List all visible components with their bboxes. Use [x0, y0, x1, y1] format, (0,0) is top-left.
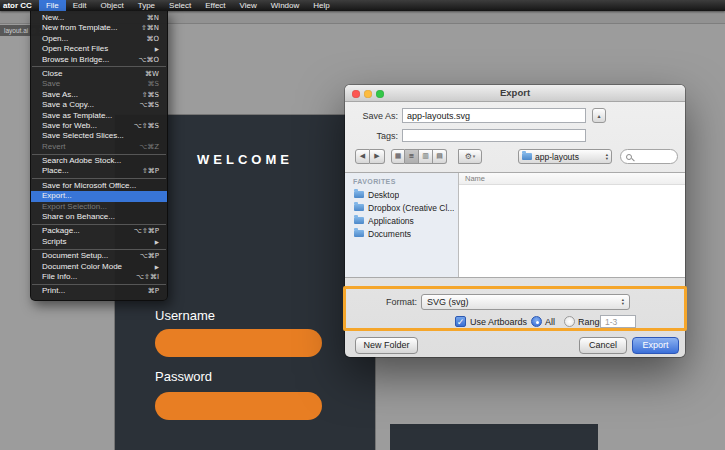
all-radio[interactable]: [531, 316, 542, 327]
file-menu-item-share-on-behance[interactable]: Share on Behance...: [31, 212, 167, 222]
dialog-titlebar[interactable]: Export: [345, 85, 685, 102]
zoom-button[interactable]: [376, 90, 384, 98]
menu-item-shortcut: ⇧⌘P: [142, 166, 159, 176]
password-label: Password: [155, 369, 212, 384]
location-dropdown[interactable]: app-layouts ▴ ▾: [518, 149, 612, 164]
menu-item-label: Save for Microsoft Office...: [42, 181, 136, 191]
minimize-button[interactable]: [364, 90, 372, 98]
menubar-item-effect[interactable]: Effect: [198, 0, 232, 11]
favorites-item-label: Dropbox (Creative Cl...: [368, 203, 454, 213]
file-menu-item-save-as[interactable]: Save As...⇧⌘S: [31, 90, 167, 100]
folder-icon: [354, 217, 364, 224]
view-mode-control: ▦ ≡ ▥ ▤: [391, 149, 447, 164]
save-as-input[interactable]: app-layouts.svg: [402, 108, 586, 123]
favorites-item-desktop[interactable]: Desktop: [345, 188, 458, 201]
menu-item-shortcut: ⌥⇧⌘S: [134, 121, 159, 131]
menu-item-label: Search Adobe Stock...: [42, 156, 121, 166]
range-radio[interactable]: [564, 316, 575, 327]
updown-arrows-icon: ▴ ▾: [622, 298, 624, 305]
submenu-arrow-icon: ▶: [155, 262, 159, 272]
file-menu-item-package[interactable]: Package...⌥⇧⌘P: [31, 226, 167, 236]
menubar-item-edit[interactable]: Edit: [66, 0, 94, 11]
file-menu-item-save-selected-slices[interactable]: Save Selected Slices...: [31, 131, 167, 141]
file-menu-item-document-setup[interactable]: Document Setup...⌥⌘P: [31, 251, 167, 261]
menu-item-shortcut: ⌥⇧⌘I: [136, 272, 159, 282]
file-menu-item-save-as-template[interactable]: Save as Template...: [31, 111, 167, 121]
file-menu-item-save-a-copy[interactable]: Save a Copy...⌥⌘S: [31, 100, 167, 110]
format-dropdown[interactable]: SVG (svg) ▴ ▾: [421, 294, 630, 310]
file-menu-item-search-adobe-stock[interactable]: Search Adobe Stock...: [31, 156, 167, 166]
menu-item-label: Save As...: [42, 90, 78, 100]
tags-label: Tags:: [345, 131, 398, 141]
menu-item-label: Open...: [42, 34, 68, 44]
menu-item-label: Save a Copy...: [42, 100, 94, 110]
menubar-item-window[interactable]: Window: [264, 0, 306, 11]
menubar-item-file[interactable]: File: [39, 0, 66, 11]
submenu-arrow-icon: ▶: [155, 237, 159, 247]
tags-input[interactable]: [402, 129, 586, 142]
submenu-arrow-icon: ▶: [155, 44, 159, 54]
expand-panel-button[interactable]: ▴: [592, 108, 606, 123]
file-menu-item-document-color-mode[interactable]: Document Color Mode▶: [31, 262, 167, 272]
use-artboards-checkbox[interactable]: ✓: [455, 316, 466, 327]
file-menu-item-open[interactable]: Open...⌘O: [31, 34, 167, 44]
action-gear-button[interactable]: ⚙ ▾: [458, 149, 482, 164]
file-menu-item-export-selection: Export Selection...: [31, 202, 167, 212]
folder-icon: [522, 153, 532, 160]
menu-separator: [32, 284, 166, 285]
menu-item-shortcut: ⌥⌘P: [140, 251, 159, 261]
favorites-item-applications[interactable]: Applications: [345, 214, 458, 227]
file-menu-item-export[interactable]: Export...: [31, 191, 167, 201]
menubar-item-object[interactable]: Object: [94, 0, 131, 11]
folder-icon: [354, 230, 364, 237]
range-input[interactable]: 1-3: [600, 315, 636, 328]
chevron-down-icon: ▾: [473, 150, 476, 163]
folder-icon: [354, 204, 364, 211]
menu-item-shortcut: ⌘N: [147, 13, 159, 23]
menu-item-label: New from Template...: [42, 23, 117, 33]
file-menu-item-browse-in-bridge[interactable]: Browse in Bridge...⌥⌘O: [31, 55, 167, 65]
menu-item-label: Save for Web...: [42, 121, 97, 131]
icon-view-button[interactable]: ▦: [391, 149, 405, 164]
cancel-button[interactable]: Cancel: [579, 337, 627, 354]
menu-separator: [32, 224, 166, 225]
menubar-item-view[interactable]: View: [233, 0, 264, 11]
column-view-button[interactable]: ▥: [419, 149, 433, 164]
forward-button[interactable]: ▶: [370, 149, 385, 164]
file-menu-item-place[interactable]: Place...⇧⌘P: [31, 166, 167, 176]
file-menu-item-new-from-template[interactable]: New from Template...⇧⌘N: [31, 23, 167, 33]
menubar-item-type[interactable]: Type: [131, 0, 162, 11]
menubar-item-help[interactable]: Help: [306, 0, 336, 11]
name-column-header[interactable]: Name: [459, 173, 685, 185]
format-label: Format:: [345, 297, 417, 307]
coverflow-view-button[interactable]: ▤: [433, 149, 447, 164]
menu-item-label: Save Selected Slices...: [42, 131, 124, 141]
list-view-button[interactable]: ≡: [405, 149, 419, 164]
favorites-item-label: Applications: [368, 216, 414, 226]
back-button[interactable]: ◀: [355, 149, 370, 164]
menu-separator: [32, 178, 166, 179]
menu-item-shortcut: ⌥⌘O: [138, 55, 159, 65]
menu-item-shortcut: ⌥⌘S: [139, 100, 159, 110]
close-button[interactable]: [352, 90, 360, 98]
favorites-item-dropbox-creative-cl[interactable]: Dropbox (Creative Cl...: [345, 201, 458, 214]
nav-buttons: ◀ ▶: [355, 149, 385, 164]
file-menu-item-new[interactable]: New...⌘N: [31, 13, 167, 23]
menu-item-label: Save as Template...: [42, 111, 112, 121]
file-menu-item-scripts[interactable]: Scripts▶: [31, 237, 167, 247]
new-folder-button[interactable]: New Folder: [355, 337, 418, 354]
file-browser: FAVORITES DesktopDropbox (Creative Cl...…: [345, 172, 685, 278]
favorites-item-documents[interactable]: Documents: [345, 227, 458, 240]
menubar-item-select[interactable]: Select: [162, 0, 198, 11]
file-menu-item-open-recent-files[interactable]: Open Recent Files▶: [31, 44, 167, 54]
search-field[interactable]: [620, 149, 678, 164]
menu-item-shortcut: ⌘P: [148, 286, 159, 296]
file-menu-item-print[interactable]: Print...⌘P: [31, 286, 167, 296]
dialog-title: Export: [345, 85, 685, 101]
file-menu-item-save-for-microsoft-office[interactable]: Save for Microsoft Office...: [31, 181, 167, 191]
file-menu-item-file-info[interactable]: File Info...⌥⇧⌘I: [31, 272, 167, 282]
file-menu-item-close[interactable]: Close⌘W: [31, 69, 167, 79]
file-menu-item-save-for-web[interactable]: Save for Web...⌥⇧⌘S: [31, 121, 167, 131]
app-menu-label[interactable]: ator CC: [0, 0, 39, 11]
export-confirm-button[interactable]: Export: [632, 337, 679, 354]
